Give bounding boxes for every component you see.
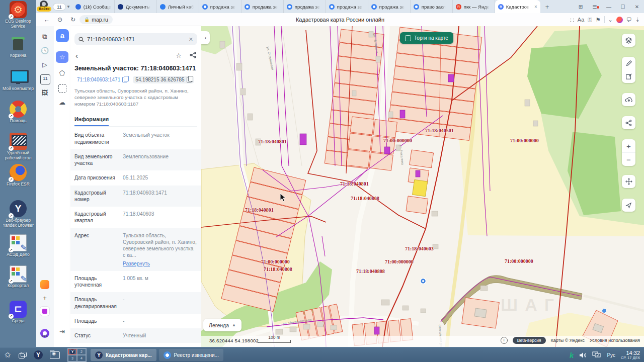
refresh-button[interactable]: ↻	[66, 16, 79, 23]
back-chevron-icon[interactable]: ‹	[75, 51, 78, 60]
browser-tab[interactable]: (1k) Сообще	[72, 0, 115, 13]
map-share-button[interactable]	[622, 116, 635, 129]
new-tab-button[interactable]: +	[545, 3, 549, 11]
browser-tab[interactable]: право закл	[411, 0, 453, 13]
browser-tab[interactable]: пкк — Янде	[453, 0, 495, 13]
workspace-4[interactable]: 4	[77, 355, 86, 361]
desktop-icon-firefox[interactable]: ↗ Firefox ESR	[0, 164, 36, 187]
profile-button[interactable]: Войти	[36, 0, 51, 13]
sidebar-panel-icon[interactable]: ⊞	[574, 4, 588, 10]
tab-information[interactable]: Информация	[74, 114, 197, 127]
clock[interactable]: 14:32 СР, 17 ДЕК	[621, 350, 640, 360]
start-menu-icon[interactable]: ✩	[0, 349, 15, 361]
desktop-icon-korportal[interactable]: ↗ Корпортал	[0, 265, 36, 289]
apps-grid-icon[interactable]: ⸬	[571, 17, 574, 23]
volume-icon[interactable]	[579, 352, 587, 358]
history-icon[interactable]: 🕓	[40, 46, 49, 55]
tab-counter[interactable]: 11 ▼	[53, 4, 70, 10]
pan-button[interactable]	[622, 175, 635, 188]
panel-collapse-button[interactable]: ‹	[201, 31, 210, 44]
url-field[interactable]: 🔒 map.ru	[79, 15, 113, 24]
downloads-icon[interactable]: ⇣	[635, 17, 640, 23]
search-input[interactable]: 71:18:040603:1471 ✕	[74, 33, 197, 45]
tab-close-icon[interactable]: ×	[534, 4, 537, 10]
desktop-icon-help[interactable]: ↗ Помощь	[0, 101, 36, 124]
back-button[interactable]: ←	[40, 16, 53, 23]
display-settings-icon[interactable]	[592, 351, 601, 358]
layers-button[interactable]	[622, 34, 635, 47]
browser-tab[interactable]: продажа зе	[368, 0, 411, 13]
edit-button[interactable]	[622, 70, 635, 83]
terms-link[interactable]: Условия использования	[590, 338, 640, 343]
desktop-icon-my-computer[interactable]: Мой компьютер	[0, 68, 36, 92]
mail-icon[interactable]	[40, 280, 49, 289]
browser-tab[interactable]: Личный каб	[157, 0, 199, 13]
browser-tab[interactable]: продажа зе	[284, 0, 326, 13]
desktop-icon-asd-delo[interactable]: ↗ АСЭД Дело	[0, 234, 36, 257]
task-button-kadastrovaya[interactable]: Y Кадастровая кар...	[91, 349, 156, 361]
polygon-draw-icon[interactable]: ⬠	[56, 67, 68, 79]
exit-icon[interactable]: ⇥	[56, 326, 68, 337]
cloud-upload-button[interactable]	[622, 93, 635, 106]
add-widget-icon[interactable]: +	[40, 294, 49, 303]
coordinates-chip[interactable]: 54.198215 36.626785	[133, 76, 194, 83]
expand-link[interactable]: Развернуть	[123, 260, 197, 267]
legend-button[interactable]: Легенда ▲	[203, 319, 242, 331]
more-icon[interactable]: •••	[40, 332, 49, 341]
zoom-in-button[interactable]: +	[622, 139, 635, 152]
file-manager-icon[interactable]	[50, 351, 60, 359]
torgi-toggle-button[interactable]: Торги на карте	[400, 32, 453, 44]
app-icon[interactable]	[40, 307, 49, 316]
yandex-browser-taskbar-icon[interactable]: Y	[34, 350, 43, 359]
star-icon[interactable]: ☆	[176, 52, 182, 59]
language-indicator[interactable]: Рус	[607, 352, 615, 358]
share-icon[interactable]	[190, 52, 196, 58]
copy-icon[interactable]	[122, 77, 127, 82]
panels-icon[interactable]: ⧉	[40, 32, 49, 41]
show-windows-icon[interactable]	[19, 352, 27, 358]
cloud-icon[interactable]: ☁	[56, 97, 68, 108]
maximize-button[interactable]: ☐	[616, 4, 630, 10]
clear-search-icon[interactable]: ✕	[189, 36, 193, 43]
workspace-switcher[interactable]: Y 2 3 4	[67, 348, 87, 362]
mapru-logo[interactable]: a	[56, 29, 69, 42]
area-select-icon[interactable]	[58, 84, 66, 93]
workspace-2[interactable]: 2	[77, 348, 86, 355]
desktop-icon-sreda[interactable]: ↗ Среда	[0, 301, 36, 324]
browser-tab[interactable]: продажа зе	[242, 0, 284, 13]
checkbox-icon[interactable]	[405, 35, 411, 41]
browser-tab[interactable]: продажа зе	[326, 0, 368, 13]
screenshot-icon[interactable]: 🖽	[40, 88, 49, 98]
minimize-button[interactable]: —	[602, 4, 616, 10]
favorites-star-button[interactable]: ☆	[56, 51, 68, 63]
browser-menu-icon[interactable]: ☰	[588, 4, 602, 10]
pocket-icon[interactable]: ⌄	[608, 17, 613, 23]
task-button-reestr[interactable]: Реестр извещени...	[159, 349, 223, 361]
browser-tab[interactable]: Кадастров×	[495, 0, 540, 13]
workspace-3[interactable]: 3	[68, 355, 77, 361]
bookmark-icon[interactable]: ⚑	[596, 17, 601, 23]
copy-icon[interactable]	[187, 77, 192, 82]
translate-icon[interactable]: Aa	[578, 17, 584, 23]
yandex-home-icon[interactable]: ⊙	[53, 16, 66, 23]
ruler-button[interactable]	[622, 57, 635, 70]
tab-count-badge[interactable]: 11	[40, 74, 50, 84]
close-button[interactable]: ✕	[630, 4, 644, 10]
tray-app-icon[interactable]: k	[570, 351, 574, 359]
password-icon[interactable]: ⚿	[588, 17, 592, 23]
info-icon[interactable]: i	[501, 337, 508, 344]
browser-tab[interactable]: продажа зе	[199, 0, 242, 13]
desktop-icon-eos[interactable]: ↗ EOS Desktop Service	[0, 1, 36, 29]
alisa-icon[interactable]	[616, 17, 623, 23]
workspace-1[interactable]: Y	[68, 348, 77, 355]
play-icon[interactable]: ▷	[40, 60, 49, 69]
cadastral-map[interactable]	[201, 26, 644, 347]
messenger-icon[interactable]: 🗩	[626, 17, 632, 23]
my-location-button[interactable]	[622, 199, 635, 212]
cadastral-number-link[interactable]: 71:18:040603:1471	[74, 76, 130, 83]
zoom-out-button[interactable]: −	[622, 152, 635, 166]
desktop-icon-trash[interactable]: Корзина	[0, 35, 36, 58]
desktop-icon-remote-desktop[interactable]: ↗ Удалённый рабочий стол	[0, 133, 36, 161]
desktop-icon-yandex-browser[interactable]: ↗ Веб-браузер Yandex Browser	[0, 200, 36, 228]
browser-tab[interactable]: Документы	[115, 0, 157, 13]
